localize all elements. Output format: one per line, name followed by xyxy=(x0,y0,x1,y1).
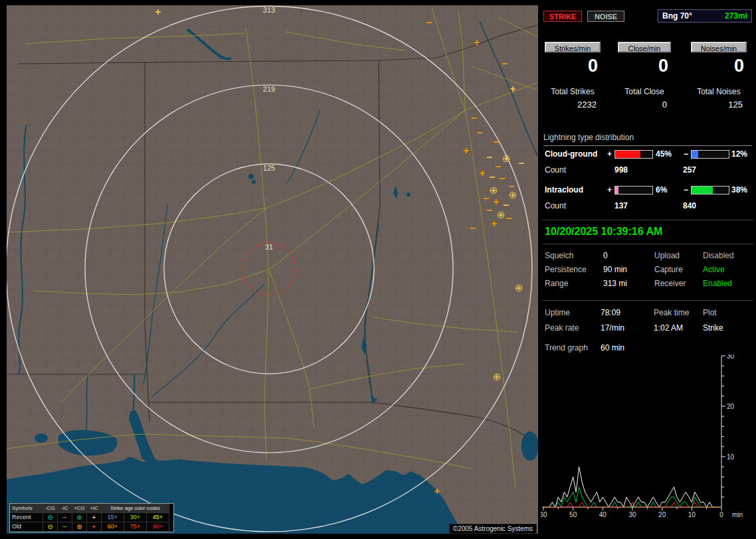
ring-label-219: 219 xyxy=(263,85,275,93)
total-noises-value: 125 xyxy=(691,100,747,110)
stats-row: Peak rate 17/min 1:02 AM Strike xyxy=(539,323,756,333)
cg-minus-bar xyxy=(691,150,729,159)
legend-symbol-glyph: ⊕ xyxy=(72,522,87,532)
bearing-label: Bng 70° xyxy=(662,11,692,21)
status-row: Persistence 90 min Capture Active xyxy=(539,265,756,275)
legend-age-code: 90+ xyxy=(147,522,169,532)
legend-symbol-glyph: ⊖ xyxy=(43,513,58,522)
cg-minus-percent: 12% xyxy=(731,149,747,159)
ic-name: Intracloud xyxy=(545,185,583,194)
trend-y-tick-label: 20 xyxy=(727,403,735,410)
squelch-value: 0 xyxy=(603,251,608,260)
close-per-min-button[interactable]: Close/min xyxy=(618,42,671,52)
strike-mode-button[interactable]: STRIKE xyxy=(543,11,582,22)
trend-x-tick-label: 20 xyxy=(658,511,666,518)
trend-y-tick-label: 10 xyxy=(727,453,735,461)
legend-row-label: Recent xyxy=(10,513,43,522)
cg-plus-percent: 45% xyxy=(656,149,672,159)
legend-age-code: 60+ xyxy=(102,522,124,532)
cg-plus-bar xyxy=(614,150,653,159)
persistence-value: 90 min xyxy=(603,265,627,274)
receiver-status: Enabled xyxy=(703,279,732,288)
trend-x-tick-label: 30 xyxy=(628,511,636,518)
datetime-display: 10/20/2025 10:39:16 AM xyxy=(545,226,662,238)
peak-rate-value: 17/min xyxy=(601,323,624,333)
capture-label: Capture xyxy=(654,265,683,274)
trend-x-tick-label: 50 xyxy=(569,511,577,518)
trend-series-close xyxy=(543,487,721,507)
trend-graph: 1020300102030405060min xyxy=(541,354,755,520)
strikes-per-min-value: 0 xyxy=(545,56,601,76)
legend-symbol-glyph: − xyxy=(58,513,72,522)
legend-symbol-glyph: ⊖ xyxy=(43,522,58,532)
peak-time-value: 1:02 AM xyxy=(654,323,683,333)
trend-axes xyxy=(542,356,721,507)
status-row: Squelch 0 Upload Disabled xyxy=(539,251,756,261)
minus-sign: − xyxy=(684,149,688,159)
separator xyxy=(542,220,753,220)
plus-sign: + xyxy=(607,149,612,159)
copyright-label: ©2005 Astrogenic Systems xyxy=(449,524,537,534)
upload-label: Upload xyxy=(654,251,680,260)
trend-x-tick-label: 60 xyxy=(541,511,547,518)
trend-x-tick-label: 10 xyxy=(688,511,696,518)
legend-age-code: 45+ xyxy=(147,513,169,522)
trend-series-noise xyxy=(543,502,721,507)
noises-per-min-value: 0 xyxy=(691,56,747,76)
ic-minus-percent: 38% xyxy=(731,185,747,194)
total-strikes-label: Total Strikes xyxy=(545,87,601,96)
ic-plus-percent: 6% xyxy=(656,185,667,194)
ic-minus-count: 840 xyxy=(683,201,696,210)
distribution-row-intracloud: Intracloud + 6% − 38% xyxy=(539,185,756,195)
ic-plus-bar xyxy=(614,186,653,194)
legend-type-header: +IC xyxy=(87,504,102,513)
plot-value: Strike xyxy=(703,323,723,333)
ic-minus-bar xyxy=(691,186,729,194)
stats-row: Uptime 78:09 Peak time Plot xyxy=(539,308,756,318)
uptime-label: Uptime xyxy=(545,308,570,317)
trend-y-tick-label: 30 xyxy=(727,354,735,360)
legend-symbol-glyph: ⊕ xyxy=(72,513,87,522)
trend-graph-label: Trend graph xyxy=(545,343,588,352)
separator xyxy=(542,300,753,301)
separator xyxy=(542,244,753,244)
noises-per-min-button[interactable]: Noises/min xyxy=(691,42,747,52)
map-canvas[interactable]: 31125219313 xyxy=(7,5,538,534)
legend-symbol-glyph: + xyxy=(87,522,102,532)
plot-label: Plot xyxy=(703,308,717,317)
legend-type-header: +CG xyxy=(72,504,87,513)
range-value: 313 mi xyxy=(603,279,627,288)
minus-sign: − xyxy=(684,185,688,194)
legend-symbol-glyph: + xyxy=(87,513,102,522)
legend-age-code: 15+ xyxy=(102,513,124,522)
close-per-min-value: 0 xyxy=(618,56,671,76)
legend-type-header: -IC xyxy=(58,504,72,513)
receiver-label: Receiver xyxy=(654,279,686,288)
ring-label-313: 313 xyxy=(263,6,275,14)
distribution-title: Lightning type distribution xyxy=(543,133,752,146)
count-label: Count xyxy=(545,165,566,175)
trend-header: Trend graph 60 min xyxy=(539,343,756,353)
ic-count-row: Count 137 840 xyxy=(539,201,756,211)
upload-status: Disabled xyxy=(703,251,734,260)
status-row: Range 313 mi Receiver Enabled xyxy=(539,279,756,289)
bearing-range-display: Bng 70° 273mi xyxy=(658,9,752,23)
app-window: { "app": { "copyright": "©2005 Astrogeni… xyxy=(0,0,756,539)
map-panel[interactable]: 31125219313 Symbols-CG-IC+CG+ICStrike ag… xyxy=(7,5,538,534)
peak-time-label: Peak time xyxy=(654,308,689,317)
uptime-value: 78:09 xyxy=(601,308,620,317)
ring-label-125: 125 xyxy=(263,164,275,172)
legend-age-code: 75+ xyxy=(124,522,147,532)
total-close-value: 0 xyxy=(618,100,671,110)
ring-label-31: 31 xyxy=(265,243,273,251)
trend-x-tick-label: 40 xyxy=(599,511,607,518)
noise-mode-button[interactable]: NOISE xyxy=(587,11,624,22)
count-label: Count xyxy=(545,201,566,210)
legend-age-header: Strike age color codes xyxy=(102,504,169,513)
bearing-range-value: 273mi xyxy=(725,11,747,21)
strikes-per-min-button[interactable]: Strikes/min xyxy=(545,42,601,52)
legend-symbols-header: Symbols xyxy=(10,504,43,513)
trend-series-strikes xyxy=(543,467,721,507)
total-close-label: Total Close xyxy=(618,87,671,96)
legend-row-label: Old xyxy=(10,522,43,532)
